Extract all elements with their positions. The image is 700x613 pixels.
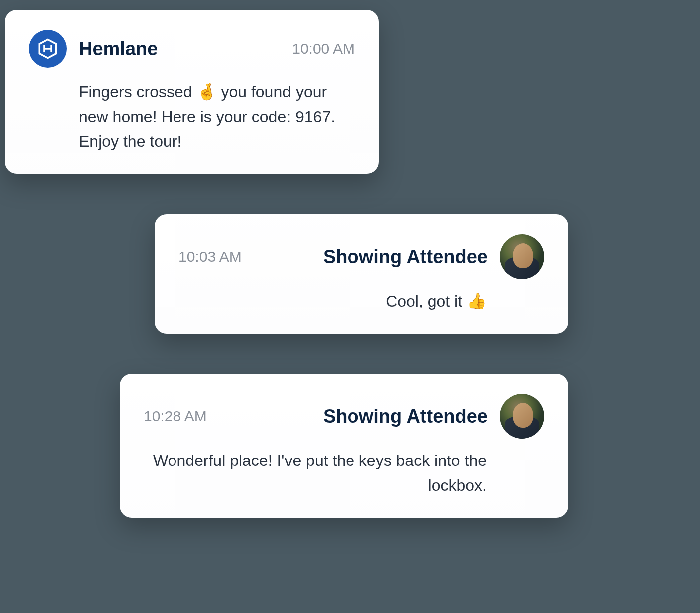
hexagon-h-icon bbox=[37, 38, 59, 60]
message-header: 10:28 AM Showing Attendee bbox=[144, 394, 544, 439]
timestamp: 10:00 AM bbox=[292, 40, 355, 57]
message-card: 10:28 AM Showing Attendee Wonderful plac… bbox=[120, 374, 568, 518]
message-card: Hemlane 10:00 AM Fingers crossed 🤞 you f… bbox=[5, 10, 379, 174]
attendee-avatar-icon bbox=[500, 394, 544, 439]
sender-name: Showing Attendee bbox=[223, 406, 488, 427]
sender-name: Showing Attendee bbox=[258, 246, 488, 268]
message-header: Hemlane 10:00 AM bbox=[29, 30, 355, 68]
attendee-avatar-icon bbox=[500, 234, 544, 279]
message-body: Cool, got it 👍 bbox=[178, 289, 487, 314]
sender-name: Hemlane bbox=[79, 38, 158, 60]
message-card: 10:03 AM Showing Attendee Cool, got it 👍 bbox=[155, 214, 568, 334]
timestamp: 10:03 AM bbox=[178, 248, 242, 265]
message-header: 10:03 AM Showing Attendee bbox=[178, 234, 544, 279]
timestamp: 10:28 AM bbox=[144, 408, 207, 425]
message-body: Fingers crossed 🤞 you found your new hom… bbox=[79, 80, 355, 154]
message-body: Wonderful place! I've put the keys back … bbox=[144, 449, 487, 498]
hemlane-logo-icon bbox=[29, 30, 67, 68]
